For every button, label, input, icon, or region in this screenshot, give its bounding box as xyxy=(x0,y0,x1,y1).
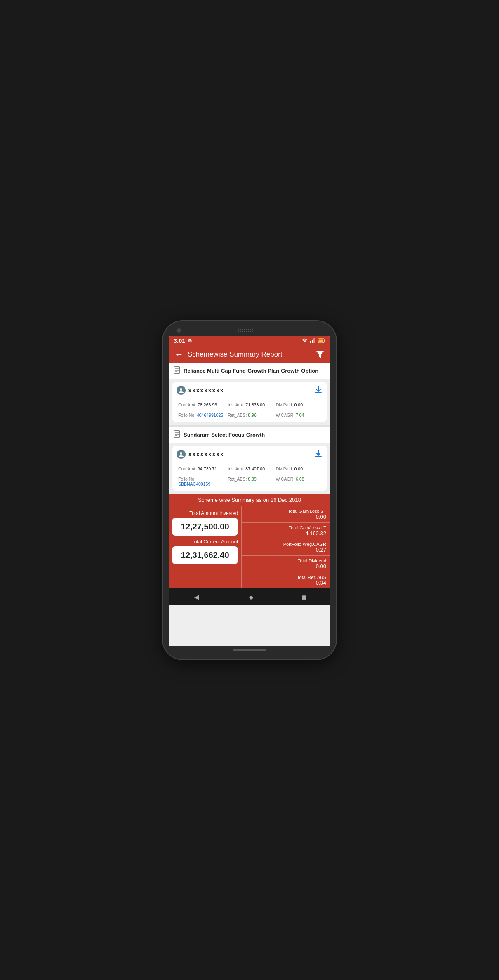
home-indicator xyxy=(233,649,266,651)
scheme2-card-header: XXXXXXXXX xyxy=(177,449,322,460)
bottom-nav: ◄ ● ■ xyxy=(169,588,330,605)
scheme2-div-paid: Div Paid: 0.00 xyxy=(274,465,322,472)
content-area: Reliance Multi Cap Fund-Growth Plan-Grow… xyxy=(169,363,330,646)
summary-body: Total Amount Invested 12,27,500.00 Total… xyxy=(169,506,330,588)
scheme1-wcagr-value: 7.04 xyxy=(296,413,304,418)
gain-loss-lt-label: Total Gain/Loss LT xyxy=(289,525,326,530)
scheme1-ret-abs-label: Ret_ABS: xyxy=(228,413,247,418)
scheme2-wcagr-value: 6.68 xyxy=(296,477,304,482)
scheme1-folio-value: 40464991025 xyxy=(197,413,223,418)
svg-rect-5 xyxy=(319,339,323,342)
status-left: 3:01 ⚙ xyxy=(174,338,192,344)
invested-value: 12,27,500.00 xyxy=(181,522,229,531)
scheme1-wcagr: W.CAGR: 7.04 xyxy=(274,412,322,418)
total-dividend-label: Total Dividend xyxy=(298,558,326,563)
scheme1-ret-abs-value: 8.96 xyxy=(248,413,256,418)
app-bar-title: Schemewise Summary Report xyxy=(188,350,311,359)
gain-loss-lt-item: Total Gain/Loss LT 4,162.32 xyxy=(242,523,330,539)
total-dividend-value: 0.00 xyxy=(316,563,326,569)
current-value-box: 12,31,662.40 xyxy=(172,546,238,564)
scheme2-ret-abs-label: Ret_ABS: xyxy=(228,477,247,482)
svg-rect-0 xyxy=(310,341,311,343)
status-time: 3:01 xyxy=(174,338,185,344)
current-label: Total Current Amount xyxy=(172,539,238,545)
svg-marker-6 xyxy=(316,351,324,358)
scheme1-folio-label: Folio No: xyxy=(178,413,195,418)
gain-loss-st-item: Total Gain/Loss ST 0.00 xyxy=(242,506,330,523)
scheme2-inv-amt-label: Inv. Amt: xyxy=(228,466,244,471)
scheme1-title: Reliance Multi Cap Fund-Growth Plan-Grow… xyxy=(184,368,325,374)
invested-label: Total Amount Invested xyxy=(172,510,238,516)
camera-area xyxy=(177,328,181,333)
scheme1-user-name: XXXXXXXXX xyxy=(188,387,224,394)
scheme2-download-btn[interactable] xyxy=(314,449,322,460)
status-bar: 3:01 ⚙ xyxy=(169,336,330,346)
status-right xyxy=(301,338,325,343)
scheme2-fund-card: XXXXXXXXX Curr Amt: 94,739.71 xyxy=(172,446,327,491)
svg-point-17 xyxy=(180,452,182,455)
scheme2-folio: Folio No: SBBNAC400159 xyxy=(177,476,225,487)
total-ret-label: Total Ret. ABS xyxy=(297,575,326,580)
scheme1-div-paid: Div Paid: 0.00 xyxy=(274,401,322,408)
current-section: Total Current Amount 12,31,662.40 xyxy=(172,539,238,564)
scheme2-wcagr-label: W.CAGR: xyxy=(276,477,295,482)
scheme1-curr-amt-value: 78,266.96 xyxy=(198,402,217,407)
phone-shell: 3:01 ⚙ xyxy=(163,321,336,659)
scheme2-inv-amt-value: 87,407.00 xyxy=(245,466,265,471)
scheme1-card-header: XXXXXXXXX xyxy=(177,385,322,396)
svg-rect-2 xyxy=(313,338,315,343)
summary-header: Scheme wise Summary as on 26 Dec 2018 xyxy=(169,494,330,506)
scheme2-wcagr: W.CAGR: 6.68 xyxy=(274,476,322,487)
svg-rect-1 xyxy=(312,340,313,343)
scheme2-folio-value: SBBNAC400159 xyxy=(178,482,210,486)
scheme2-user: XXXXXXXXX xyxy=(177,450,224,459)
back-button[interactable]: ← xyxy=(174,350,184,359)
wifi-icon xyxy=(301,338,308,343)
invested-section: Total Amount Invested 12,27,500.00 xyxy=(172,510,238,536)
scheme2-curr-amt-label: Curr Amt: xyxy=(178,466,196,471)
scheme1-inv-amt-value: 71,833.00 xyxy=(245,402,265,407)
scheme1-header: Reliance Multi Cap Fund-Growth Plan-Grow… xyxy=(169,363,330,379)
nav-back-button[interactable]: ◄ xyxy=(193,593,201,602)
scheme1-div-paid-label: Div Paid: xyxy=(276,402,293,407)
scheme2-div-paid-label: Div Paid: xyxy=(276,466,293,471)
scheme2-div-paid-value: 0.00 xyxy=(294,466,303,471)
scheme1-download-btn[interactable] xyxy=(314,385,322,396)
portfolio-cagr-label: PortFolio Weg.CAGR xyxy=(283,542,326,547)
invested-value-box: 12,27,500.00 xyxy=(172,518,238,536)
scheme2-user-icon xyxy=(177,450,186,459)
summary-left: Total Amount Invested 12,27,500.00 Total… xyxy=(169,506,241,588)
gain-loss-lt-value: 4,162.32 xyxy=(305,530,326,536)
app-bar: ← Schemewise Summary Report xyxy=(169,346,330,363)
scheme2-inv-amt: Inv. Amt: 87,407.00 xyxy=(225,465,273,472)
total-ret-item: Total Ret. ABS 0.34 xyxy=(242,572,330,588)
scheme1-inv-amt-label: Inv. Amt: xyxy=(228,402,244,407)
scheme1-div-paid-value: 0.00 xyxy=(294,402,303,407)
camera-dot xyxy=(177,328,181,333)
scheme2-curr-amt: Curr Amt: 94,739.71 xyxy=(177,465,225,472)
gain-loss-st-value: 0.00 xyxy=(316,514,326,520)
scheme1-user-icon xyxy=(177,386,186,395)
scheme2-folio-label: Folio No: xyxy=(178,477,195,482)
battery-icon xyxy=(318,338,325,343)
scheme1-folio: Folio No: 40464991025 xyxy=(177,412,225,418)
nav-recents-button[interactable]: ■ xyxy=(301,593,306,602)
filter-icon[interactable] xyxy=(315,350,325,359)
scheme1-doc-icon xyxy=(174,366,180,375)
scheme2-header: Sundaram Select Focus-Growth xyxy=(169,427,330,443)
scheme1-ret-abs: Ret_ABS: 8.96 xyxy=(225,412,273,418)
portfolio-cagr-item: PortFolio Weg.CAGR 0.27 xyxy=(242,539,330,556)
phone-bottom xyxy=(169,646,330,654)
scheme1-inv-amt: Inv. Amt: 71,833.00 xyxy=(225,401,273,408)
scheme1-fund-card: XXXXXXXXX Curr Amt: 78,266.96 xyxy=(172,382,327,422)
total-ret-value: 0.34 xyxy=(316,580,326,586)
svg-point-11 xyxy=(180,388,182,391)
portfolio-cagr-value: 0.27 xyxy=(316,547,326,553)
svg-rect-4 xyxy=(325,340,325,342)
nav-home-button[interactable]: ● xyxy=(249,593,254,602)
phone-top-bar xyxy=(169,327,330,336)
scheme1-user: XXXXXXXXX xyxy=(177,386,224,395)
scheme2-doc-icon xyxy=(174,430,180,439)
total-dividend-item: Total Dividend 0.00 xyxy=(242,556,330,572)
scheme2-curr-amt-value: 94,739.71 xyxy=(198,466,217,471)
